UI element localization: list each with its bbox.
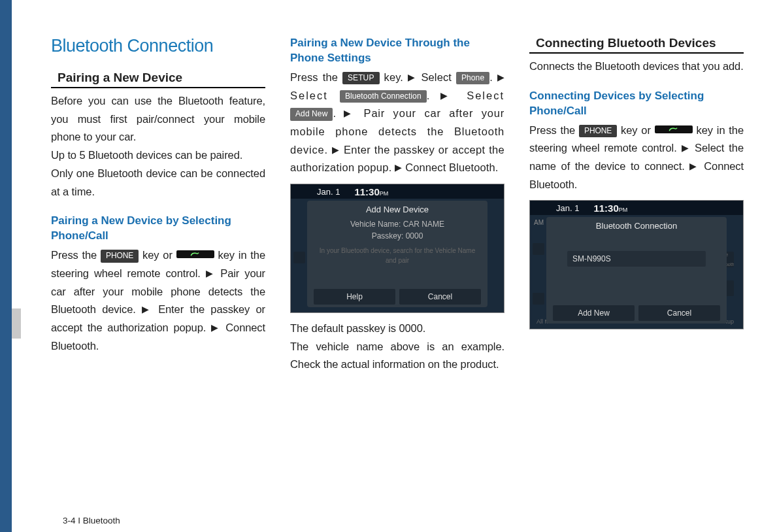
bt-connection-screenshot: Jan. 1 11:30PM AM device using Bluetooth… xyxy=(529,200,744,329)
popup-hint: In your Bluetooth device, search for the… xyxy=(314,246,481,265)
arrow-icon: ▶ xyxy=(395,162,402,173)
status-pm: PM xyxy=(619,207,628,213)
sub-connecting-phonecall-title: Connecting Devices by Selecting Phone/Ca… xyxy=(529,89,744,119)
column-3: Connecting Bluetooth Devices Connects th… xyxy=(529,36,744,374)
device-list-item[interactable]: SM-N990S xyxy=(567,251,706,267)
arrow-icon: ▶ xyxy=(682,142,690,153)
connecting-intro: Connects the Bluetooth devices that you … xyxy=(529,58,744,76)
arrow-icon: ▶ xyxy=(206,268,215,278)
status-time: 11:30 xyxy=(354,186,379,197)
column-1: Bluetooth Connection Pairing a New Devic… xyxy=(51,36,265,374)
help-button[interactable]: Help xyxy=(314,289,395,305)
section-connecting-title: Connecting Bluetooth Devices xyxy=(529,36,744,54)
setup-key-icon: SETUP xyxy=(342,72,380,85)
sub-pairing-settings-title: Pairing a New Device Through the Phone S… xyxy=(290,36,504,66)
add-device-popup: Add New Device Vehicle Name: CAR NAME Pa… xyxy=(307,201,487,307)
arrow-icon: ▶ xyxy=(408,72,416,82)
page-footer: 3-4 I Bluetooth xyxy=(63,516,120,525)
phone-softkey-icon: Phone xyxy=(456,72,489,85)
arrow-icon: ▶ xyxy=(142,304,152,314)
column-2: Pairing a New Device Through the Phone S… xyxy=(290,36,504,374)
status-bar: Jan. 1 11:30PM xyxy=(291,184,504,199)
phone-key-icon: PHONE xyxy=(579,125,617,138)
call-key-icon xyxy=(655,125,693,133)
status-date: Jan. 1 xyxy=(556,203,579,213)
pairing-intro: Before you can use the Bluetooth feature… xyxy=(51,92,265,201)
call-key-icon xyxy=(176,250,214,258)
cancel-button[interactable]: Cancel xyxy=(399,289,481,305)
arrow-icon: ▶ xyxy=(332,144,340,155)
sub-pairing-settings-body: Press the SETUP key. ▶ Select Phone. ▶ S… xyxy=(290,69,504,177)
arrow-icon: ▶ xyxy=(497,72,504,82)
passkey-note: The default passkey is 0000. The vehicle… xyxy=(290,320,504,374)
btconn-softkey-icon: Bluetooth Connection xyxy=(340,90,427,103)
left-margin-bar xyxy=(0,0,12,532)
status-bar: Jan. 1 11:30PM xyxy=(530,201,743,215)
passkey-line: Passkey: 0000 xyxy=(314,230,481,242)
addnew-softkey-icon: Add New xyxy=(290,108,333,121)
page-title: Bluetooth Connection xyxy=(51,36,265,56)
sub-connecting-phonecall-body: Press the PHONE key or key in the steeri… xyxy=(529,122,744,194)
bt-connection-popup: Bluetooth Connection SM-N990S Add New Ca… xyxy=(546,217,727,324)
vehicle-name-line: Vehicle Name: CAR NAME xyxy=(314,218,481,230)
phone-key-icon: PHONE xyxy=(101,250,139,263)
sub-pairing-phonecall-body: Press the PHONE key or key in the steeri… xyxy=(51,246,265,355)
arrow-icon: ▶ xyxy=(689,161,699,171)
popup-body: Vehicle Name: CAR NAME Passkey: 0000 In … xyxy=(314,218,481,286)
section-pairing-title: Pairing a New Device xyxy=(51,71,265,88)
status-date: Jan. 1 xyxy=(317,187,340,197)
arrow-icon: ▶ xyxy=(440,90,455,101)
add-new-button[interactable]: Add New xyxy=(553,305,635,321)
sub-pairing-phonecall-title: Pairing a New Device by Selecting Phone/… xyxy=(51,214,265,244)
status-pm: PM xyxy=(380,190,389,197)
cancel-button[interactable]: Cancel xyxy=(638,305,720,321)
popup-title: Add New Device xyxy=(314,205,481,214)
status-time: 11:30 xyxy=(593,203,618,214)
popup-title: Bluetooth Connection xyxy=(553,221,720,231)
arrow-icon: ▶ xyxy=(344,108,355,118)
arrow-icon: ▶ xyxy=(211,322,220,333)
add-device-screenshot: Jan. 1 11:30PM Add New Device Vehicle Na… xyxy=(290,184,504,313)
